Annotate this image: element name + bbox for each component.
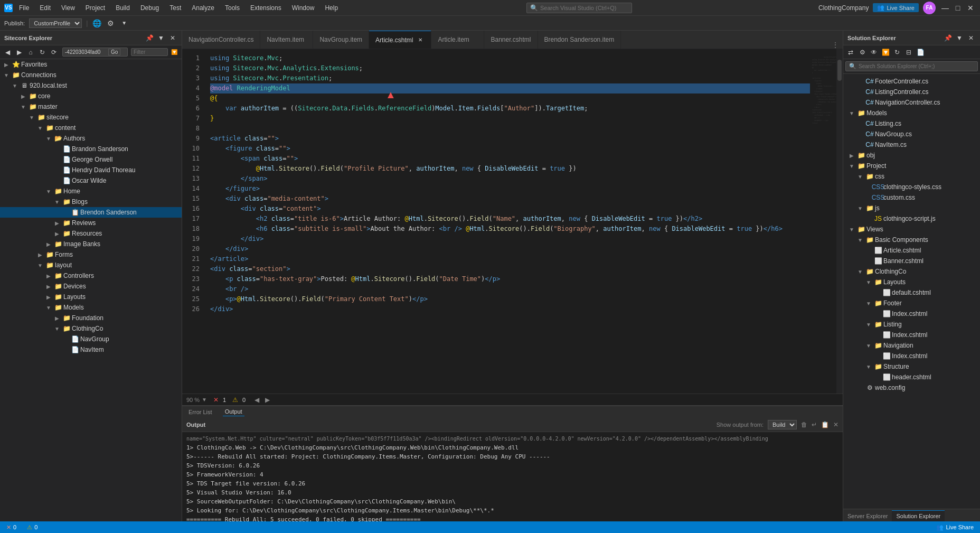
sol-item-clothingco-views[interactable]: 📁 ClothingCo (843, 266, 980, 277)
status-errors[interactable]: ✕ 0 (4, 524, 18, 531)
tab-output[interactable]: Output (223, 407, 244, 416)
sol-item-header-cshtml[interactable]: ⬜ header.cshtml (843, 372, 980, 382)
sol-item-webconfig[interactable]: ⚙ web.config (843, 382, 980, 393)
menu-build[interactable]: Build (114, 3, 132, 13)
sol-item-navitem-cs[interactable]: C# NavItem.cs (843, 139, 980, 150)
sol-item-views[interactable]: 📁 Views (843, 224, 980, 235)
tree-item-authors[interactable]: 📂 Authors (0, 133, 182, 144)
sol-item-navigation-folder[interactable]: 📁 Navigation (843, 340, 980, 351)
tree-item-connections[interactable]: 📁 Connections (0, 70, 182, 80)
menu-help[interactable]: Help (323, 3, 340, 13)
status-warnings[interactable]: ⚠ 0 (25, 524, 40, 531)
path-input[interactable] (65, 49, 107, 55)
sol-item-css[interactable]: 📁 css (843, 171, 980, 182)
code-content[interactable]: using Sitecore.Mvc; using Sitecore.Mvc.A… (206, 49, 810, 394)
tree-item-forms[interactable]: 📁 Forms (0, 249, 182, 260)
refresh-icon[interactable]: ↻ (37, 47, 48, 58)
tree-item-resources[interactable]: 📁 Resources (0, 228, 182, 239)
zoom-level[interactable]: 90 % (186, 397, 200, 403)
vertical-scrollbar[interactable] (836, 49, 843, 394)
sol-item-navigation-index[interactable]: ⬜ Index.cshtml (843, 351, 980, 361)
status-live-share[interactable]: 👥 Live Share (934, 524, 976, 531)
tab-error-list[interactable]: Error List (186, 408, 214, 416)
sol-item-default-cshtml[interactable]: ⬜ default.cshtml (843, 287, 980, 298)
sol-item-layouts-folder[interactable]: 📁 Layouts (843, 277, 980, 287)
sol-item-models[interactable]: 📁 Models (843, 108, 980, 118)
tree-item-favorites[interactable]: ⭐ Favorites (0, 59, 182, 70)
profile-select[interactable]: CustomProfile (29, 18, 82, 28)
close-button[interactable]: ✕ (965, 3, 976, 13)
menu-extensions[interactable]: Extensions (248, 3, 284, 13)
tree-refresh-icon[interactable]: ⟳ (49, 47, 59, 58)
sol-item-listing-folder[interactable]: 📁 Listing (843, 319, 980, 330)
scrollbar-thumb[interactable] (837, 60, 842, 81)
tree-item-home[interactable]: 📁 Home (0, 186, 182, 197)
panel-menu-icon[interactable]: ▼ (156, 33, 166, 43)
sol-item-navigation-controller[interactable]: C# NavigationController.cs (843, 97, 980, 108)
menu-file[interactable]: File (17, 3, 31, 13)
menu-window[interactable]: Window (290, 3, 317, 13)
sol-item-obj[interactable]: 📁 obj (843, 150, 980, 161)
sol-item-clothingco-script[interactable]: JS clothingco-script.js (843, 213, 980, 224)
sol-item-project[interactable]: 📁 Project (843, 161, 980, 171)
go-button[interactable]: Go (108, 49, 120, 55)
output-clear-icon[interactable]: 🗑 (801, 421, 807, 428)
tree-item-brendon-blog[interactable]: 📋 Brendon Sanderson (0, 207, 182, 218)
output-close-icon[interactable]: ✕ (833, 421, 838, 428)
sol-item-banner-cshtml[interactable]: ⬜ Banner.cshtml (843, 256, 980, 266)
tree-item-oscar[interactable]: 📄 Oscar Wilde (0, 175, 182, 186)
profile-avatar[interactable]: FA (923, 2, 936, 14)
tree-item-controllers[interactable]: 📁 Controllers (0, 270, 182, 281)
tab-overflow-button[interactable]: ⋮ (832, 41, 838, 49)
tree-item-layout[interactable]: 📁 layout (0, 260, 182, 270)
tree-item-models[interactable]: 📁 Models (0, 302, 182, 313)
tab-nav-item[interactable]: NavItem.item (260, 31, 313, 49)
tree-item-reviews[interactable]: 📁 Reviews (0, 218, 182, 228)
dropdown-icon[interactable]: ▼ (119, 18, 129, 28)
tree-item-george[interactable]: 📄 George Orwell (0, 154, 182, 165)
sol-item-listing-index[interactable]: ⬜ Index.cshtml (843, 330, 980, 340)
filter-icon[interactable]: 🔽 (169, 47, 180, 58)
forward-icon[interactable]: ▶ (14, 47, 24, 58)
tab-close-button[interactable]: ✕ (416, 36, 425, 44)
solution-properties-icon[interactable]: ⚙ (857, 47, 868, 58)
solution-collapse-icon[interactable]: ⊟ (903, 47, 914, 58)
filter-input[interactable] (131, 48, 168, 56)
sol-item-js[interactable]: 📁 js (843, 203, 980, 213)
home-icon[interactable]: ⌂ (25, 47, 36, 58)
tree-item-core[interactable]: 📁 core (0, 91, 182, 101)
menu-project[interactable]: Project (83, 3, 107, 13)
tab-article-item[interactable]: Article.item (431, 31, 484, 49)
menu-tools[interactable]: Tools (223, 3, 242, 13)
output-wrap-icon[interactable]: ↵ (812, 421, 817, 428)
solution-new-file-icon[interactable]: 📄 (915, 47, 926, 58)
panel-close-icon[interactable]: ✕ (966, 33, 976, 43)
tree-item-clothingco[interactable]: 📁 ClothingCo (0, 323, 182, 334)
tree-item-navitem[interactable]: 📄 NavItem (0, 344, 182, 355)
tree-item-layouts[interactable]: 📁 Layouts (0, 292, 182, 302)
output-copy-icon[interactable]: 📋 (821, 421, 829, 428)
tab-article-cshtml[interactable]: Article.cshtml ✕ (369, 31, 431, 49)
tree-item-image-banks[interactable]: 📁 Image Banks (0, 239, 182, 249)
pin-icon[interactable]: 📌 (943, 33, 953, 43)
server-explorer-tab[interactable]: Server Explorer (843, 511, 892, 521)
solution-explorer-tab[interactable]: Solution Explorer (892, 510, 945, 521)
sol-item-footer-folder[interactable]: 📁 Footer (843, 298, 980, 308)
panel-menu-icon[interactable]: ▼ (955, 33, 964, 43)
globe-icon[interactable]: 🌐 (92, 18, 101, 28)
settings-icon[interactable]: ⚙ (106, 18, 115, 28)
panel-close-icon[interactable]: ✕ (168, 33, 177, 43)
back-icon[interactable]: ◀ (2, 47, 13, 58)
tree-item-master[interactable]: 📁 master (0, 101, 182, 112)
solution-refresh-icon[interactable]: ↻ (892, 47, 902, 58)
tree-item-navgroup[interactable]: 📄 NavGroup (0, 334, 182, 344)
sol-item-listing-controller[interactable]: C# ListingController.cs (843, 87, 980, 97)
sol-item-footer-controller[interactable]: C# FooterController.cs (843, 76, 980, 87)
prev-arrow[interactable]: ◀ (252, 395, 261, 405)
tree-item-foundation[interactable]: 📁 Foundation (0, 313, 182, 323)
tree-item-blogs[interactable]: 📁 Blogs (0, 197, 182, 207)
tree-item-brandon[interactable]: 📄 Brandon Sanderson (0, 144, 182, 154)
tree-item-sitecore[interactable]: 📁 sitecore (0, 112, 182, 123)
minimize-button[interactable]: — (940, 3, 950, 13)
menu-edit[interactable]: Edit (37, 3, 53, 13)
